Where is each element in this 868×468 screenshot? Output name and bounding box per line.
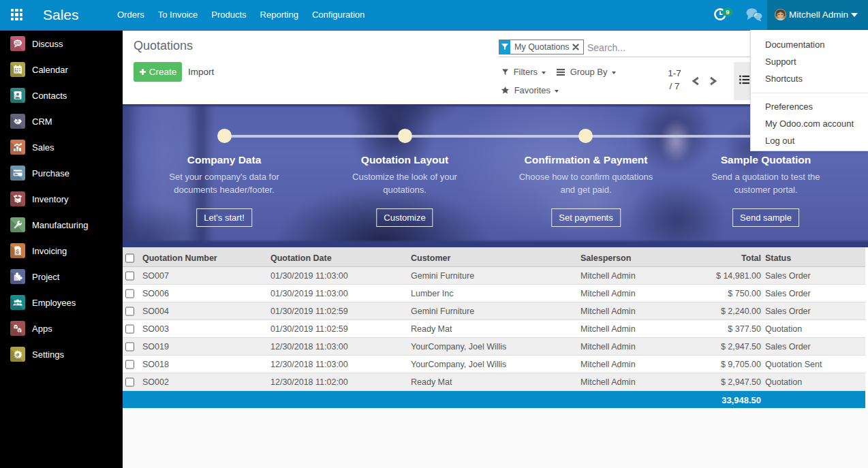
svg-text:$: $ xyxy=(16,248,19,255)
svg-text:9: 9 xyxy=(726,8,729,16)
